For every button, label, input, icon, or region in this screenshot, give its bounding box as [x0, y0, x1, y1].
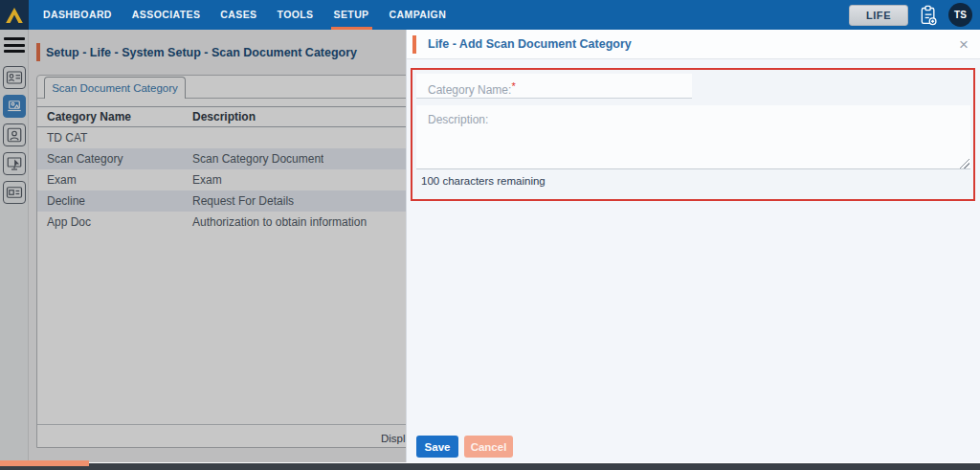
footer-bar — [0, 463, 980, 470]
save-button[interactable]: Save — [416, 436, 458, 458]
logo-chevron-icon — [3, 4, 26, 27]
category-name-input[interactable] — [416, 74, 692, 99]
nav-right-cluster: LIFE TS — [849, 3, 980, 28]
footer-progress-segment — [0, 460, 89, 466]
nav-item-setup[interactable]: SETUP — [331, 0, 372, 30]
modal-header: Life - Add Scan Document Category × — [407, 30, 980, 59]
user-avatar[interactable]: TS — [948, 3, 972, 27]
modal-accent-bar — [412, 35, 416, 54]
line-of-business-button[interactable]: LIFE — [849, 5, 908, 26]
nav-menu: DASHBOARD ASSOCIATES CASES TOOLS SETUP C… — [40, 0, 449, 30]
cancel-button[interactable]: Cancel — [464, 436, 513, 458]
add-scan-document-category-modal: Life - Add Scan Document Category × Cate… — [406, 30, 980, 462]
modal-title: Life - Add Scan Document Category — [428, 37, 632, 51]
app-logo[interactable] — [0, 0, 29, 30]
modal-footer: Save Cancel — [407, 436, 513, 458]
form-highlight-box: Category Name:* Description: 100 charact… — [411, 68, 975, 201]
top-nav: DASHBOARD ASSOCIATES CASES TOOLS SETUP C… — [0, 0, 980, 30]
nav-item-cases[interactable]: CASES — [217, 0, 259, 30]
clipboard-add-icon[interactable] — [917, 3, 940, 28]
nav-item-associates[interactable]: ASSOCIATES — [129, 0, 203, 30]
characters-remaining-text: 100 characters remaining — [421, 175, 546, 187]
description-textarea[interactable] — [416, 105, 970, 169]
modal-dim-overlay — [0, 30, 406, 462]
nav-item-tools[interactable]: TOOLS — [275, 0, 317, 30]
nav-item-dashboard[interactable]: DASHBOARD — [40, 0, 115, 30]
close-icon[interactable]: × — [959, 36, 969, 53]
nav-item-campaign[interactable]: CAMPAIGN — [387, 0, 450, 30]
